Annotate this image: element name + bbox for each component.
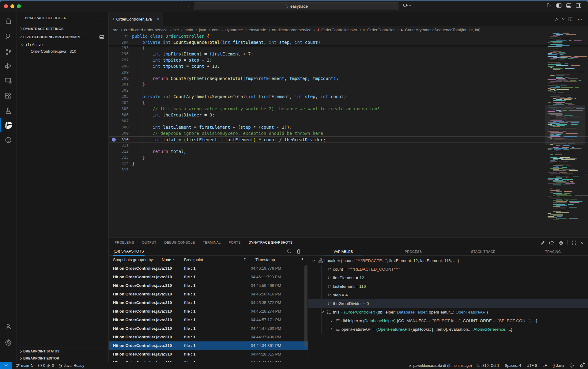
breadcrumb-item[interactable]: credit-card-order-service (124, 28, 168, 32)
code-line[interactable]: 310 int total = (firstElement + lastElem… (109, 136, 588, 143)
breadcrumb-item[interactable]: dynatrace (225, 28, 243, 32)
breadcrumb-item[interactable]: java (199, 28, 206, 32)
variable-row[interactable]: Locals = { count: "***REDACTE...", first… (308, 256, 588, 265)
code-editor[interactable]: 295 {296 int tmpFirstElement = firstElem… (109, 33, 588, 238)
panel-tab-terminal[interactable]: TERMINAL (203, 238, 221, 247)
panel-tab-output[interactable]: OUTPUT (142, 238, 156, 247)
breadcrumb-item[interactable]: src (113, 28, 118, 32)
run-java-icon[interactable]: ▷ (555, 16, 558, 22)
code-line[interactable]: 309 // deepcode ignore DivisionByZero: e… (109, 130, 588, 136)
code-line[interactable]: 295 { (109, 45, 588, 51)
code-line[interactable]: 303 private int CountArythmeticSequenceT… (109, 93, 588, 100)
grouped-by-select[interactable]: None (162, 257, 175, 262)
settings-gear-icon[interactable] (0, 335, 17, 349)
snapshot-row[interactable]: Hit on OrderController.java:310file : 10… (109, 333, 308, 341)
sidebar-section-breakpoint-editor[interactable]: BREAKPOINT EDITOR (17, 355, 108, 362)
snapshot-row[interactable]: Hit on OrderController.java:310file : 10… (109, 273, 308, 281)
more-actions-icon[interactable]: ⋯ (578, 16, 582, 22)
minimize-window-icon[interactable] (10, 4, 14, 8)
snapshot-row[interactable]: Hit on OrderController.java:310file : 10… (109, 359, 308, 362)
copilot-menu[interactable] (403, 3, 411, 8)
github-icon[interactable] (569, 363, 574, 368)
snapshot-row[interactable]: Hit on OrderController.java:310file : 10… (109, 281, 308, 290)
snapshot-row[interactable]: Hit on OrderController.java:310file : 10… (109, 299, 308, 307)
column-breakpoint[interactable]: Breakpoint (184, 257, 203, 262)
breadcrumb-item[interactable]: creditcardorderservice (272, 28, 311, 32)
command-center-search[interactable]: easytrade (194, 2, 398, 10)
debug-tab-tracing[interactable]: TRACING (518, 247, 588, 256)
cursor-position-item[interactable]: Ln 310, Col 1 (477, 363, 499, 368)
split-editor-icon[interactable] (568, 17, 573, 21)
eol-item[interactable]: LF (543, 363, 547, 368)
snapshots-count-tab[interactable]: (14) SNAPSHOTS (113, 247, 145, 256)
tab-ordercontroller[interactable]: J OrderController.java × (109, 12, 163, 26)
variable-row[interactable]: openFeatureAPI = (OpenFeatureAPI) {apiHo… (308, 325, 588, 333)
variable-row[interactable]: dbHelper = (DatabaseHelper) {CC_MANUFAC.… (308, 316, 588, 325)
variable-row[interactable]: theGreatDivider = 0 (308, 299, 588, 308)
maximize-window-icon[interactable] (17, 4, 21, 8)
breadcrumb-file[interactable]: OrderController.java (321, 28, 357, 32)
maximize-panel-icon[interactable] (572, 240, 576, 245)
code-line[interactable]: 296 int tmpFirstElement = firstElement +… (109, 51, 588, 57)
code-line[interactable]: 302 (109, 87, 588, 93)
sort-asc-icon[interactable]: ▲ (301, 257, 304, 260)
breadcrumb-item[interactable]: com (212, 28, 220, 32)
snapshot-row[interactable]: Hit on OrderController.java:310file : 10… (109, 316, 308, 324)
customize-layout-icon[interactable] (547, 3, 552, 8)
java-status-item[interactable]: Java: Ready (58, 363, 84, 368)
sidebar-section-dynatrace-settings[interactable]: DYNATRACE SETTINGS (17, 25, 108, 32)
variable-row[interactable]: lastElement = 116 (308, 282, 588, 291)
snapshot-row[interactable]: Hit on OrderController.java:310file : 10… (109, 324, 308, 333)
chevron-down-icon[interactable] (321, 310, 324, 313)
snapshot-delete-trash-icon[interactable] (296, 249, 301, 254)
breadcrumb-method[interactable]: CountArythmeticSequenceTotal(int, int, i… (405, 28, 481, 32)
snapshot-row[interactable]: Hit on OrderController.java:310file : 10… (109, 307, 308, 316)
column-timestamp[interactable]: Timestamp (255, 257, 275, 262)
snapshot-row[interactable]: Hit on OrderController.java:310file : 10… (109, 290, 308, 299)
dynatrace-icon[interactable] (0, 118, 17, 132)
snapshot-row[interactable]: Hit on OrderController.java:310file : 10… (109, 264, 308, 273)
code-line[interactable]: 304 { (109, 100, 588, 106)
snapshot-search-icon[interactable] (287, 249, 292, 254)
snapshots-scrollbar[interactable] (304, 265, 307, 347)
sticky-line[interactable]: 35public class OrderController { (109, 33, 588, 39)
toggle-panel-icon[interactable] (566, 3, 571, 8)
indentation-item[interactable]: Spaces: 4 (505, 363, 521, 368)
blame-item[interactable]: paweldomaradzki-dt (9 months ago) (408, 363, 472, 368)
chevron-down-icon[interactable] (312, 259, 315, 262)
back-icon[interactable]: ← (175, 3, 180, 9)
close-window-icon[interactable] (4, 4, 8, 8)
debug-tab-stack-trace[interactable]: STACK TRACE (448, 247, 518, 256)
language-mode-item[interactable]: {} Java (552, 363, 564, 368)
test-beaker-icon[interactable] (0, 104, 17, 118)
extra-extension-icon[interactable] (0, 133, 17, 147)
problems-item[interactable]: 0 0 (38, 363, 54, 368)
panel-settings-gear-icon[interactable] (559, 240, 564, 245)
variable-row[interactable]: this = (OrderController) {dbHelper: Data… (308, 308, 588, 316)
snapshot-row[interactable]: Hit on OrderController.java:310file : 10… (109, 341, 308, 350)
snapshot-row[interactable]: Hit on OrderController.java:310file : 10… (109, 350, 308, 359)
notifications-bell-icon[interactable] (579, 363, 584, 368)
panel-screen-icon[interactable] (99, 35, 104, 39)
panel-tab-dynatrace-snapshots[interactable]: DYNATRACE SNAPSHOTS (249, 238, 293, 247)
breadcrumb-class[interactable]: OrderController (367, 28, 395, 32)
toggle-primary-sidebar-icon[interactable] (556, 3, 562, 8)
code-line[interactable]: 315 (109, 167, 588, 173)
code-line[interactable]: 299 (109, 69, 588, 75)
source-control-icon[interactable] (0, 45, 17, 59)
breadcrumb-item[interactable]: src (173, 28, 179, 32)
code-line[interactable]: 314} (109, 161, 588, 167)
breadcrumb-item[interactable]: main (184, 28, 193, 32)
code-line[interactable]: 307 (109, 118, 588, 124)
sidebar-more-actions-icon[interactable]: ⋯ (99, 15, 104, 21)
minimap[interactable] (546, 33, 584, 229)
explorer-icon[interactable] (0, 14, 17, 28)
code-line[interactable]: 312 return total; (109, 148, 588, 154)
search-view-icon[interactable] (0, 29, 17, 44)
accounts-icon[interactable] (0, 319, 17, 333)
chevron-right-icon[interactable] (329, 328, 332, 331)
panel-tab-problems[interactable]: PROBLEMS (115, 238, 134, 247)
code-line[interactable]: 301 } (109, 81, 588, 87)
breadcrumb-item[interactable]: easytrade (249, 28, 266, 32)
cloud-icon[interactable] (549, 241, 555, 245)
